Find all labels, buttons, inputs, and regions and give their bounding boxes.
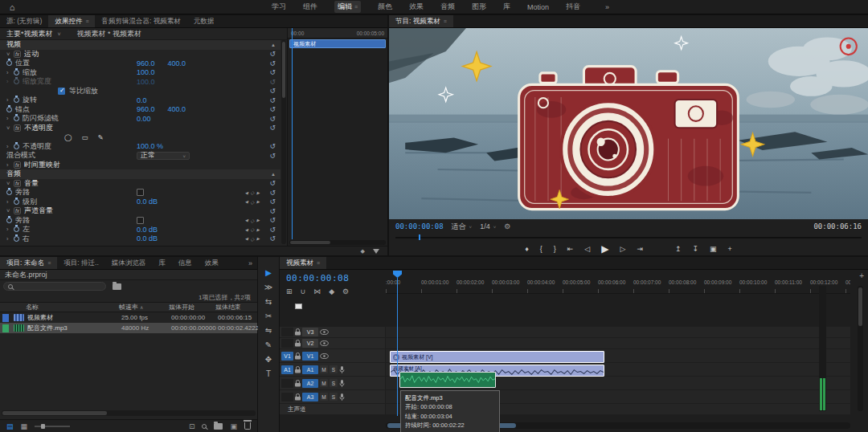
reset-icon[interactable]: ↺	[269, 96, 276, 104]
panel-menu-icon[interactable]: ≡	[354, 4, 358, 10]
track-lock-icon[interactable]	[295, 380, 301, 387]
automate-to-sequence-button[interactable]: ⊡	[189, 422, 195, 430]
transport-button[interactable]: ▣	[710, 245, 717, 253]
panel-tab[interactable]: 信息	[172, 257, 199, 269]
uniform-scale-checkbox[interactable]	[58, 88, 65, 95]
workspace-item[interactable]: 抖音	[566, 2, 580, 12]
add-keyframe-icon[interactable]	[251, 190, 255, 195]
reset-icon[interactable]: ↺	[269, 234, 276, 242]
panel-tab[interactable]: 音频剪辑混合器: 视频素材	[95, 15, 186, 27]
workspace-item[interactable]: 音频	[440, 2, 455, 12]
search-input[interactable]	[3, 282, 106, 291]
reset-icon[interactable]: ↺	[269, 207, 276, 215]
toggle-track-output-icon[interactable]	[320, 340, 329, 346]
new-bin-button[interactable]	[214, 423, 223, 430]
tool-button[interactable]: ▶	[262, 267, 275, 278]
disclosure-arrow-icon[interactable]: ›	[6, 69, 14, 76]
stopwatch-icon[interactable]	[14, 97, 19, 103]
bin-breadcrumb[interactable]: 未命名.prproj	[0, 270, 257, 280]
panel-menu-icon[interactable]: ≡	[317, 260, 320, 266]
voice-over-record-icon[interactable]	[339, 380, 345, 387]
clear-button[interactable]	[244, 422, 251, 430]
pen-mask-icon[interactable]: ✎	[98, 133, 104, 141]
source-patch[interactable]: A1	[281, 365, 293, 374]
disclosure-arrow-icon[interactable]: ›	[6, 198, 14, 206]
track-lane[interactable]	[386, 327, 850, 337]
timeline-timecode[interactable]: 00:00:00:08	[286, 273, 349, 283]
tab-overflow-icon[interactable]: »	[244, 257, 257, 269]
track-name[interactable]: A3	[302, 393, 318, 401]
label-color-chip[interactable]	[2, 314, 9, 322]
voiceover-audio-clip[interactable]	[399, 372, 496, 388]
voice-over-record-icon[interactable]	[339, 393, 345, 401]
transport-button[interactable]: ◁	[584, 245, 590, 253]
track-name[interactable]: A1	[302, 365, 318, 374]
param-value[interactable]: 100.0	[137, 78, 155, 86]
param-checkbox[interactable]	[137, 189, 144, 196]
ellipse-mask-icon[interactable]: ◯	[64, 133, 72, 141]
icon-view-button[interactable]: ▦	[21, 422, 28, 430]
keyframe-filter-icon[interactable]: ◆	[361, 248, 365, 255]
reset-icon[interactable]: ↺	[269, 87, 276, 95]
disclosure-arrow-icon[interactable]: ›	[6, 96, 14, 104]
track-name[interactable]: V3	[302, 328, 318, 336]
panel-tab[interactable]: 效果控件 ≡	[48, 15, 95, 27]
stopwatch-icon[interactable]	[14, 79, 19, 84]
track-name[interactable]: V1	[302, 352, 318, 361]
transport-button[interactable]: ♦	[525, 245, 529, 253]
mini-scrollbar[interactable]	[289, 240, 386, 245]
project-item-row[interactable]: 配音文件.mp3 48000 Hz 00:00:00.00000 00:00:0…	[0, 323, 257, 333]
stopwatch-icon[interactable]	[6, 107, 12, 112]
timeline-toolbar-icon[interactable]: ⊞	[286, 287, 293, 295]
param-value[interactable]: 0.0 dB	[137, 226, 158, 234]
reset-icon[interactable]: ↺	[269, 105, 276, 113]
toggle-track-output-icon[interactable]	[320, 353, 329, 359]
disclosure-arrow-icon[interactable]: ˅	[6, 180, 14, 187]
next-keyframe-icon[interactable]	[256, 236, 260, 241]
home-icon[interactable]: ⌂	[0, 2, 24, 12]
fit-select[interactable]: 适合	[452, 222, 473, 232]
tool-button[interactable]: ✂	[262, 310, 275, 321]
disclosure-arrow-icon[interactable]: ›	[6, 115, 14, 122]
param-value[interactable]: 960.0	[137, 59, 155, 67]
monitor-settings-icon[interactable]: ⚙	[504, 222, 510, 230]
stopwatch-icon[interactable]	[6, 60, 12, 66]
panel-menu-icon[interactable]: ≡	[85, 18, 88, 24]
workspace-item[interactable]: 效果	[409, 2, 424, 12]
reset-icon[interactable]: ↺	[269, 59, 276, 67]
project-item-row[interactable]: 视频素材 25.00 fps 00:00:00:00 00:00:06:15	[0, 312, 257, 323]
reset-icon[interactable]: ↺	[269, 68, 276, 76]
reset-icon[interactable]: ↺	[269, 50, 276, 58]
timeline-tab[interactable]: 视频素材 ≡	[280, 257, 326, 269]
track-name[interactable]: V2	[302, 339, 318, 348]
menu-overflow-icon[interactable]: »	[605, 3, 609, 11]
disclosure-arrow-icon[interactable]: ›	[6, 78, 14, 85]
workspace-item[interactable]: 学习	[272, 2, 286, 12]
playhead-timecode[interactable]: 00:00:00:08	[395, 222, 444, 230]
blend-mode-select[interactable]: 正常	[137, 152, 190, 160]
mute-track-button[interactable]: M	[320, 365, 328, 373]
program-frame[interactable]	[389, 28, 868, 219]
add-keyframe-icon[interactable]	[251, 236, 255, 242]
transport-button[interactable]: ▶	[601, 243, 608, 255]
search-bin-icon[interactable]	[113, 283, 121, 290]
prev-keyframe-icon[interactable]	[245, 236, 248, 241]
param-value[interactable]: 100.0	[137, 68, 155, 76]
mute-track-button[interactable]: M	[320, 393, 328, 401]
playhead-line[interactable]	[397, 278, 398, 416]
prev-keyframe-icon[interactable]	[245, 227, 248, 232]
transport-button[interactable]: ↧	[693, 245, 699, 253]
transport-button[interactable]: {	[540, 245, 542, 253]
solo-track-button[interactable]: S	[330, 393, 338, 401]
column-media-end[interactable]: 媒体结束	[215, 303, 257, 312]
panel-tab[interactable]: 项目: 未命名 ≡	[0, 257, 57, 269]
add-keyframe-icon[interactable]	[251, 218, 255, 223]
reset-icon[interactable]: ↺	[269, 179, 276, 187]
solo-track-button[interactable]: S	[330, 379, 338, 387]
panel-menu-icon[interactable]: ≡	[444, 18, 447, 24]
workspace-item[interactable]: 库	[503, 2, 510, 12]
workspace-item[interactable]: 图形	[472, 2, 486, 12]
fx-badge-icon[interactable]: fx	[14, 161, 21, 169]
param-value[interactable]: 0.0 dB	[137, 198, 158, 206]
stopwatch-icon[interactable]	[6, 190, 12, 195]
